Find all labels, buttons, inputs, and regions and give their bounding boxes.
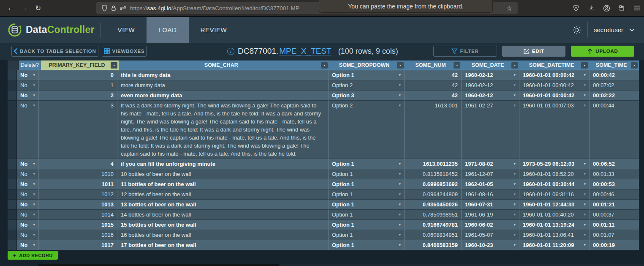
dropdown-select[interactable]: Option 1▾ <box>329 169 405 179</box>
column-filter-icon[interactable]: ▾ <box>511 62 518 69</box>
nav-tab-review[interactable]: REVIEW <box>189 17 239 43</box>
delete-select[interactable]: No▾ <box>17 70 39 80</box>
menu-hamburger-icon[interactable] <box>632 3 641 13</box>
row-handle[interactable] <box>8 70 17 80</box>
some-time-cell[interactable]: 00:01:21 <box>590 200 639 210</box>
some-time-cell[interactable]: 00:01:33 <box>590 169 639 179</box>
datetime-picker-cell[interactable]: 1960-01-01 00:30:44▾ <box>519 179 590 189</box>
upload-button[interactable]: UPLOAD <box>571 46 634 57</box>
username-label[interactable]: secretuser <box>594 26 623 33</box>
date-picker-cell[interactable]: 1962-01-05▾ <box>462 179 519 189</box>
row-handle[interactable] <box>8 169 17 179</box>
add-record-button[interactable]: + ADD RECORD <box>8 251 58 260</box>
some-char-cell[interactable]: 14 bottles of beer on the wall <box>117 210 329 220</box>
dropdown-select[interactable]: Option 1▾ <box>329 189 405 200</box>
some-num-cell[interactable]: 0.6996851692 <box>405 179 462 189</box>
row-handle[interactable] <box>8 101 17 159</box>
dropdown-select[interactable]: Option 1▾ <box>329 220 405 230</box>
primary-key-cell[interactable]: 1013 <box>39 200 117 210</box>
dropdown-select[interactable]: Option 1▾ <box>329 230 405 240</box>
primary-key-cell[interactable]: 1012 <box>39 189 117 200</box>
delete-select[interactable]: No▾ <box>17 101 39 159</box>
date-picker-cell[interactable]: 1960-02-12▾ <box>462 90 519 101</box>
datetime-picker-cell[interactable]: 1960-01-01 00:00:42▾ <box>519 90 590 101</box>
dropdown-select[interactable]: Option 1▾ <box>329 159 405 169</box>
datetime-picker-cell[interactable]: 1960-01-01 08:52:20▾ <box>519 169 590 179</box>
some-num-cell[interactable]: 0.8135818452 <box>405 169 462 179</box>
some-num-cell[interactable]: 0.8466583159 <box>405 240 462 250</box>
delete-select[interactable]: No▾ <box>17 220 39 230</box>
primary-key-cell[interactable]: 1010 <box>39 169 117 179</box>
date-picker-cell[interactable]: 1960-06-02▾ <box>462 220 519 230</box>
row-handle[interactable] <box>8 80 17 90</box>
some-char-cell[interactable]: 12 bottles of beer on the wall <box>117 189 329 200</box>
date-picker-cell[interactable]: 1961-06-19▾ <box>462 210 519 220</box>
table-name-link[interactable]: MPE_X_TEST <box>279 47 332 56</box>
delete-select[interactable]: No▾ <box>17 159 39 169</box>
app-logo[interactable]: DataController <box>8 17 101 43</box>
datetime-picker-cell[interactable]: 1960-01-01 12:44:33▾ <box>519 200 590 210</box>
some-time-cell[interactable]: 00:00:44 <box>590 101 639 159</box>
primary-key-cell[interactable]: 2 <box>39 90 117 101</box>
row-handle[interactable] <box>8 210 17 220</box>
delete-select[interactable]: No▾ <box>17 230 39 240</box>
delete-select[interactable]: No▾ <box>17 240 39 250</box>
primary-key-cell[interactable]: 1016 <box>39 230 117 240</box>
row-handle[interactable] <box>8 189 17 200</box>
some-num-cell[interactable]: 0.9360450026 <box>405 200 462 210</box>
shield-account-icon[interactable] <box>571 3 581 13</box>
some-char-cell[interactable]: 11 bottles of beer on the wall <box>117 179 329 189</box>
primary-key-cell[interactable]: 1 <box>39 80 117 90</box>
some-char-cell[interactable]: It was a dark and stormy night. The wind… <box>117 101 329 159</box>
some-time-cell[interactable]: 00:06:52 <box>590 159 639 169</box>
delete-select[interactable]: No▾ <box>17 80 39 90</box>
some-time-cell[interactable]: 00:02:22 <box>590 90 639 101</box>
some-char-cell[interactable]: more dummy data <box>117 80 329 90</box>
theme-toggle-sun-icon[interactable] <box>572 25 582 35</box>
datetime-picker-cell[interactable]: 1973-05-29 06:12:03▾ <box>519 159 590 169</box>
some-num-cell[interactable]: 42 <box>405 80 462 90</box>
column-filter-icon[interactable]: ▾ <box>397 62 404 69</box>
some-time-cell[interactable]: 00:01:11 <box>590 220 639 230</box>
bookmark-star-icon[interactable]: ☆ <box>504 4 514 12</box>
some-num-cell[interactable]: 42 <box>405 90 462 101</box>
dropdown-select[interactable]: Option 1▾ <box>329 70 405 80</box>
column-header-some-char[interactable]: SOME_CHAR▾ <box>119 60 329 70</box>
delete-select[interactable]: No▾ <box>17 189 39 200</box>
some-char-cell[interactable]: 10 bottles of beer on the wall <box>117 169 329 179</box>
info-icon[interactable]: i <box>227 48 234 55</box>
column-filter-icon[interactable]: ▾ <box>111 62 117 69</box>
some-time-cell[interactable]: 00:00:42 <box>590 70 639 80</box>
row-handle[interactable] <box>8 90 17 101</box>
primary-key-cell[interactable]: 1015 <box>39 220 117 230</box>
dropdown-select[interactable]: Option 1▾ <box>329 240 405 250</box>
date-picker-cell[interactable]: 1961-02-27▾ <box>462 101 519 159</box>
filter-button[interactable]: FILTER <box>433 46 497 57</box>
row-handle[interactable] <box>8 159 17 169</box>
column-filter-icon[interactable]: ▾ <box>454 62 460 69</box>
primary-key-cell[interactable]: 1011 <box>39 179 117 189</box>
some-time-cell[interactable]: 00:07:02 <box>590 80 639 90</box>
some-num-cell[interactable]: 0.9166749781 <box>405 220 462 230</box>
some-time-cell[interactable]: 00:01:07 <box>590 230 639 240</box>
nav-tab-load[interactable]: LOAD <box>147 17 188 43</box>
back-to-table-selection-button[interactable]: BACK TO TABLE SELECTION <box>11 46 98 57</box>
browser-forward-button[interactable]: → <box>18 2 31 14</box>
edit-button[interactable]: EDIT <box>502 46 565 57</box>
date-picker-cell[interactable]: 1961-12-07▾ <box>462 169 519 179</box>
row-handle[interactable] <box>8 220 17 230</box>
delete-select[interactable]: No▾ <box>17 169 39 179</box>
row-handle[interactable] <box>8 230 17 240</box>
some-time-cell[interactable]: 00:00:19 <box>590 240 639 250</box>
datetime-picker-cell[interactable]: 1960-01-01 00:00:42▾ <box>519 70 590 80</box>
column-filter-icon[interactable]: ▾ <box>321 62 328 69</box>
some-char-cell[interactable]: if you can fill the unforgiving minute <box>117 159 329 169</box>
datetime-picker-cell[interactable]: 1960-01-01 00:00:42▾ <box>519 80 590 90</box>
some-char-cell[interactable]: 17 bottles of beer on the wall <box>117 240 329 250</box>
browser-back-button[interactable]: ← <box>4 2 18 14</box>
row-handle[interactable] <box>8 240 17 250</box>
column-filter-icon[interactable]: ▾ <box>631 62 638 69</box>
dropdown-select[interactable]: Option 3▾ <box>329 90 405 101</box>
lock-icon[interactable] <box>109 3 118 13</box>
column-header-some-num[interactable]: SOME_NUM▾ <box>405 60 462 70</box>
